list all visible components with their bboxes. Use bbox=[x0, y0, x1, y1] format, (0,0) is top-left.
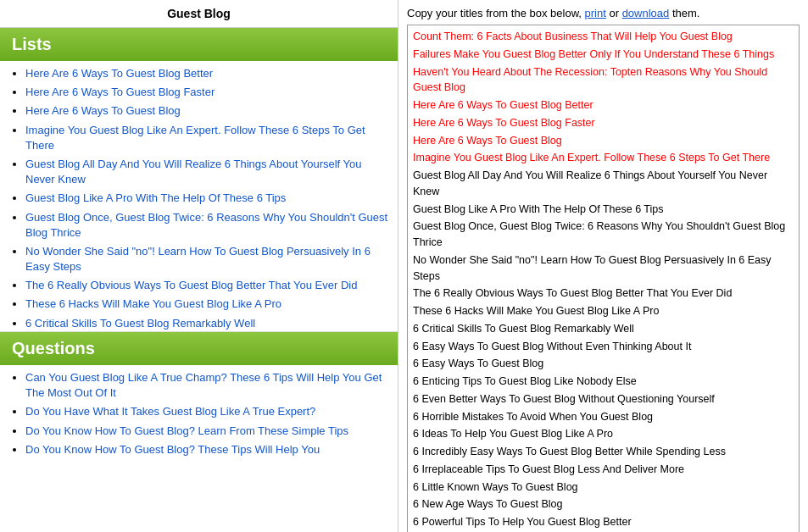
list-item: Here Are 6 Ways To Guest Blog bbox=[25, 103, 393, 119]
list-item-link[interactable]: Here Are 6 Ways To Guest Blog bbox=[25, 104, 181, 117]
title-item: These 6 Hacks Will Make You Guest Blog L… bbox=[413, 303, 794, 319]
lists-heading: Lists bbox=[0, 28, 398, 61]
title-item: Here Are 6 Ways To Guest Blog Better bbox=[413, 97, 794, 114]
download-link[interactable]: download bbox=[622, 7, 670, 19]
title-item: 6 Easy Ways To Guest Blog bbox=[413, 356, 794, 372]
questions-heading: Questions bbox=[0, 332, 398, 365]
list-item-link[interactable]: The 6 Really Obvious Ways To Guest Blog … bbox=[25, 279, 357, 291]
list-item: No Wonder She Said "no"! Learn How To Gu… bbox=[25, 244, 393, 274]
title-item: 6 Easy Ways To Guest Blog Without Even T… bbox=[413, 339, 794, 355]
right-panel: Copy your titles from the box below, pri… bbox=[398, 0, 808, 532]
title-item: The 6 Really Obvious Ways To Guest Blog … bbox=[413, 285, 794, 302]
questions-content[interactable]: Can You Guest Blog Like A True Champ? Th… bbox=[0, 365, 398, 532]
list-item-link[interactable]: Here Are 6 Ways To Guest Blog Better bbox=[25, 67, 213, 80]
lists-list: Here Are 6 Ways To Guest Blog BetterHere… bbox=[10, 66, 393, 332]
list-item: Guest Blog All Day And You Will Realize … bbox=[25, 157, 393, 187]
list-item-link[interactable]: Imagine You Guest Blog Like An Expert. F… bbox=[25, 124, 365, 152]
title-item: Imagine You Guest Blog Like An Expert. F… bbox=[413, 150, 794, 166]
list-item: These 6 Hacks Will Make You Guest Blog L… bbox=[25, 296, 393, 312]
title-item: Guest Blog Once, Guest Blog Twice: 6 Rea… bbox=[413, 219, 794, 251]
list-item: Do You Have What It Takes Guest Blog Lik… bbox=[25, 404, 393, 419]
title-item: Failures Make You Guest Blog Better Only… bbox=[413, 47, 794, 63]
list-item: Imagine You Guest Blog Like An Expert. F… bbox=[25, 123, 393, 153]
list-item: Do You Know How To Guest Blog? Learn Fro… bbox=[25, 424, 393, 439]
list-item-link[interactable]: Guest Blog Once, Guest Blog Twice: 6 Rea… bbox=[25, 211, 387, 239]
title-item: Here Are 6 Ways To Guest Blog bbox=[413, 133, 794, 149]
title-item: 6 New Age Ways To Guest Blog bbox=[413, 496, 794, 513]
list-item: Guest Blog Like A Pro With The Help Of T… bbox=[25, 191, 393, 206]
title-item: 6 Enticing Tips To Guest Blog Like Nobod… bbox=[413, 374, 794, 390]
left-panel: Guest Blog Lists Here Are 6 Ways To Gues… bbox=[0, 0, 398, 532]
question-item-link[interactable]: Can You Guest Blog Like A True Champ? Th… bbox=[25, 371, 382, 399]
title-item: Guest Blog All Day And You Will Realize … bbox=[413, 168, 794, 200]
title-item: Here Are 6 Ways To Guest Blog Faster bbox=[413, 115, 794, 131]
list-item: Here Are 6 Ways To Guest Blog Better bbox=[25, 66, 393, 81]
title-item: 6 Even Better Ways To Guest Blog Without… bbox=[413, 391, 794, 407]
title-item: 6 Incredibly Easy Ways To Guest Blog Bet… bbox=[413, 444, 794, 460]
list-item: Can You Guest Blog Like A True Champ? Th… bbox=[25, 370, 393, 401]
question-item-link[interactable]: Do You Know How To Guest Blog? Learn Fro… bbox=[25, 424, 348, 437]
list-item: Do You Know How To Guest Blog? These Tip… bbox=[25, 442, 393, 457]
list-item: 6 Critical Skills To Guest Blog Remarkab… bbox=[25, 316, 393, 331]
title-item: 6 Powerful Tips To Help You Guest Blog B… bbox=[413, 514, 794, 530]
questions-section: Questions Can You Guest Blog Like A True… bbox=[0, 332, 398, 532]
page-title: Guest Blog bbox=[0, 0, 398, 28]
suffix-text: them. bbox=[669, 7, 699, 19]
lists-section: Lists Here Are 6 Ways To Guest Blog Bett… bbox=[0, 28, 398, 332]
question-item-link[interactable]: Do You Know How To Guest Blog? These Tip… bbox=[25, 443, 320, 456]
lists-content[interactable]: Here Are 6 Ways To Guest Blog BetterHere… bbox=[0, 61, 398, 332]
instructions-text: Copy your titles from the box below, bbox=[407, 7, 585, 19]
list-item: Here Are 6 Ways To Guest Blog Faster bbox=[25, 85, 393, 100]
title-item: No Wonder She Said "no"! Learn How To Gu… bbox=[413, 252, 794, 285]
print-link[interactable]: print bbox=[585, 7, 606, 19]
list-item-link[interactable]: 6 Critical Skills To Guest Blog Remarkab… bbox=[25, 317, 255, 330]
list-item-link[interactable]: These 6 Hacks Will Make You Guest Blog L… bbox=[25, 297, 281, 310]
question-item-link[interactable]: Do You Have What It Takes Guest Blog Lik… bbox=[25, 405, 315, 418]
or-text: or bbox=[606, 7, 622, 19]
list-item: The 6 Really Obvious Ways To Guest Blog … bbox=[25, 278, 393, 293]
list-item-link[interactable]: Guest Blog Like A Pro With The Help Of T… bbox=[25, 191, 286, 204]
title-item: 6 Horrible Mistakes To Avoid When You Gu… bbox=[413, 409, 794, 425]
title-item: 6 Critical Skills To Guest Blog Remarkab… bbox=[413, 321, 794, 337]
title-item: 6 Ideas To Help You Guest Blog Like A Pr… bbox=[413, 426, 794, 442]
instructions-header: Copy your titles from the box below, pri… bbox=[407, 7, 800, 19]
title-item: Count Them: 6 Facts About Business That … bbox=[413, 29, 794, 45]
list-item-link[interactable]: No Wonder She Said "no"! Learn How To Gu… bbox=[25, 245, 371, 273]
titles-box[interactable]: Count Them: 6 Facts About Business That … bbox=[407, 25, 800, 532]
title-item: Haven't You Heard About The Recession: T… bbox=[413, 64, 794, 97]
title-item: 6 Irreplaceable Tips To Guest Blog Less … bbox=[413, 462, 794, 478]
list-item-link[interactable]: Guest Blog All Day And You Will Realize … bbox=[25, 158, 362, 186]
questions-list: Can You Guest Blog Like A True Champ? Th… bbox=[10, 370, 393, 457]
list-item: Guest Blog Once, Guest Blog Twice: 6 Rea… bbox=[25, 210, 393, 241]
list-item-link[interactable]: Here Are 6 Ways To Guest Blog Faster bbox=[25, 86, 215, 98]
title-item: Guest Blog Like A Pro With The Help Of T… bbox=[413, 202, 794, 218]
title-item: 6 Little Known Ways To Guest Blog bbox=[413, 479, 794, 496]
